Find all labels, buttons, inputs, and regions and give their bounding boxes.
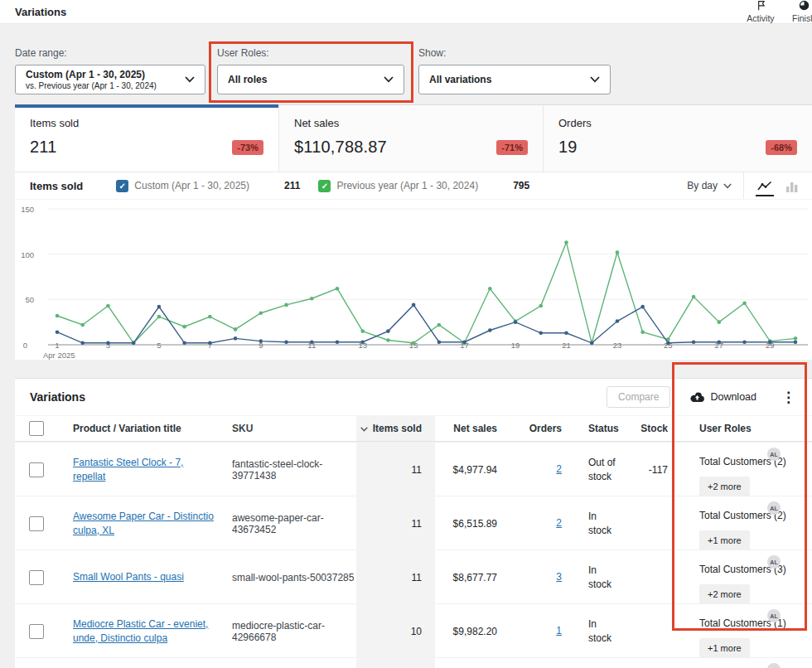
status-cell: Out of stock: [568, 443, 641, 496]
report-filters: Date range: Custom (Apr 1 - 30, 2025) vs…: [0, 24, 812, 104]
tile-value: 19: [558, 138, 578, 157]
delta-badge: -71%: [496, 140, 528, 155]
orders-link[interactable]: 1: [556, 624, 562, 638]
product-title-cell: Small Wool Pants - quasi: [58, 550, 226, 604]
column-header-stock[interactable]: Stock: [641, 416, 678, 441]
orders-link[interactable]: 3: [556, 570, 562, 584]
row-select-cell: [15, 496, 58, 550]
user-roles-select[interactable]: All roles: [217, 65, 404, 94]
page-title: Variations: [15, 6, 66, 18]
net-sales-cell: $6,515.89: [435, 496, 505, 550]
interval-label: By day: [687, 180, 718, 191]
user-role-text: Total Customers (3): [699, 564, 812, 575]
product-title-cell: Mediocre Plastic Car - eveniet, unde, Di…: [58, 604, 226, 658]
select-all-cell: [15, 416, 58, 441]
date-range-filter: Date range: Custom (Apr 1 - 30, 2025) vs…: [15, 47, 205, 94]
date-range-select[interactable]: Custom (Apr 1 - 30, 2025) vs. Previous y…: [15, 65, 205, 94]
tile-label: Items sold: [30, 117, 263, 129]
product-variation-link[interactable]: Awesome Paper Car - Distinctio culpa, XL: [73, 510, 215, 538]
role-avatar-badge: AL: [767, 609, 781, 622]
chart-title: Items sold: [30, 180, 83, 192]
download-button[interactable]: Download: [685, 390, 761, 404]
sku-cell: fantastic-steel-clock-39771438: [226, 443, 356, 496]
compare-button[interactable]: Compare: [607, 386, 670, 408]
product-title-cell: Fantastic Steel Clock - 7, repellat: [58, 443, 226, 496]
user-roles-cell: ALTotal Customers (1)+1 more: [678, 604, 812, 658]
product-variation-link[interactable]: Mediocre Plastic Car - eveniet, unde, Di…: [73, 617, 215, 646]
stock-cell: [641, 658, 678, 668]
tile-label: Orders: [558, 117, 797, 129]
tile-orders[interactable]: Orders 19 -68%: [544, 105, 812, 172]
user-roles-cell: ALTotal Customers (1)+1 more: [678, 658, 812, 668]
more-roles-chip[interactable]: +2 more: [699, 584, 750, 604]
row-checkbox[interactable]: [29, 570, 44, 585]
row-select-cell: [15, 604, 58, 658]
stock-cell: -117: [641, 443, 678, 496]
line-chart-toggle[interactable]: [756, 176, 774, 196]
column-header-items-sold[interactable]: Items sold: [356, 416, 435, 441]
summary-and-chart-card: Items sold 211 -73% Net sales $110,788.8…: [15, 104, 812, 360]
row-checkbox[interactable]: [29, 462, 44, 477]
row-checkbox[interactable]: [29, 516, 44, 531]
user-role-text: Total Customers (1): [699, 617, 812, 629]
role-avatar-badge: AL: [767, 448, 781, 461]
interval-select[interactable]: By day: [687, 180, 732, 191]
column-header-user-roles[interactable]: User Roles: [678, 416, 812, 441]
chevron-down-icon: [185, 76, 195, 83]
chevron-down-icon: [384, 76, 394, 83]
tile-net-sales[interactable]: Net sales $110,788.87 -71%: [279, 105, 544, 172]
table-title: Variations: [30, 390, 85, 404]
role-avatar-badge: AL: [767, 663, 781, 668]
role-avatar-badge: AL: [767, 555, 781, 569]
net-sales-cell: [435, 658, 505, 668]
svg-text:50: 50: [25, 295, 34, 304]
more-roles-chip[interactable]: +2 more: [699, 477, 750, 496]
product-title-cell: Awesome Paper Car - Distinctio culpa, XL: [58, 496, 226, 550]
column-header-status[interactable]: Status: [568, 416, 641, 441]
orders-cell: [505, 658, 568, 668]
more-roles-chip[interactable]: +1 more: [699, 530, 750, 550]
status-cell: [568, 658, 641, 668]
sku-cell: [226, 658, 356, 668]
svg-text:150: 150: [21, 205, 34, 214]
more-roles-chip[interactable]: +1 more: [699, 638, 750, 658]
show-select[interactable]: All variations: [418, 65, 611, 94]
delta-badge: -73%: [232, 140, 263, 155]
column-header-product[interactable]: Product / Variation title: [58, 416, 226, 441]
chart-header: Items sold ✓ Custom (Apr 1 - 30, 2025) 2…: [15, 172, 812, 200]
series-previous-year-checkbox[interactable]: ✓: [318, 180, 331, 192]
user-roles-label: User Roles:: [217, 47, 404, 59]
net-sales-cell: $4,977.94: [435, 443, 505, 496]
product-variation-link[interactable]: Fantastic Steel Clock - 7, repellat: [73, 456, 215, 484]
bar-chart-toggle[interactable]: [784, 177, 800, 196]
tile-items-sold[interactable]: Items sold 211 -73%: [15, 105, 279, 172]
column-header-net-sales[interactable]: Net sales: [435, 416, 505, 441]
orders-link[interactable]: 2: [556, 516, 562, 530]
more-options-kebab-icon[interactable]: ⋮: [776, 390, 800, 404]
table-row: Awesome Paper Car - Distinctio culpa, XL…: [15, 496, 812, 549]
svg-text:0: 0: [23, 341, 27, 350]
user-role-text: Total Customers (2): [699, 510, 812, 521]
download-label: Download: [710, 391, 756, 403]
orders-cell: 2: [505, 496, 568, 550]
product-variation-link[interactable]: Small Wool Pants - quasi: [73, 570, 184, 584]
column-header-orders[interactable]: Orders: [505, 416, 568, 441]
flag-icon: [739, 0, 782, 10]
user-roles-value: All roles: [228, 74, 377, 86]
items-sold-cell: 11: [356, 550, 435, 604]
summary-tiles: Items sold 211 -73% Net sales $110,788.8…: [15, 104, 812, 172]
svg-text:1: 1: [55, 341, 59, 350]
series-custom-checkbox[interactable]: ✓: [116, 180, 128, 192]
tile-value: $110,788.87: [294, 138, 387, 157]
row-checkbox[interactable]: [29, 624, 44, 639]
column-header-sku[interactable]: SKU: [226, 416, 356, 441]
user-roles-cell: ALTotal Customers (2)+1 more: [678, 496, 812, 550]
orders-link[interactable]: 2: [556, 462, 562, 477]
delta-badge: -68%: [766, 140, 797, 155]
svg-text:100: 100: [21, 250, 34, 259]
row-select-cell: [15, 443, 58, 496]
tile-value: 211: [30, 138, 57, 157]
svg-text:5: 5: [157, 341, 161, 350]
admin-topbar: Variations Activity Finish setup: [0, 0, 812, 24]
select-all-checkbox[interactable]: [29, 421, 44, 436]
